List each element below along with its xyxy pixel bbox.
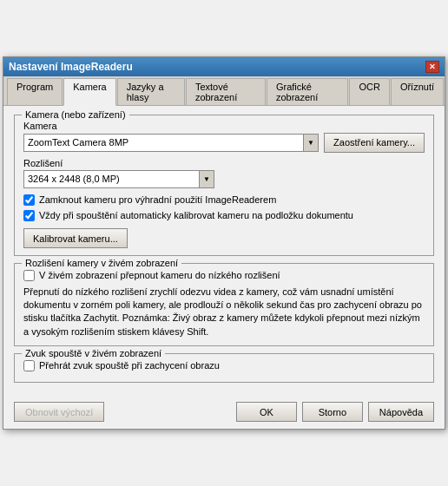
window-title: Nastavení ImageReaderu [9,61,133,73]
resolution-field-row: 3264 x 2448 (8,0 MP) ▼ [23,170,425,188]
zaosteni-button[interactable]: Zaostření kamery... [324,133,425,153]
main-window: Nastavení ImageReaderu ✕ Program Kamera … [3,56,445,430]
zvuk-row: Přehrát zvuk spouště při zachycení obraz… [23,359,425,371]
resolution-select[interactable]: 3264 x 2448 (8,0 MP) [23,170,214,188]
camera-group-label: Kamera (nebo zařízení) [22,109,129,120]
ok-button[interactable]: OK [236,402,297,422]
footer-right: OK Storno Nápověda [236,402,434,422]
resolution-label: Rozlišení [23,158,425,168]
nizke-rozliseni-row: V živém zobrazení přepnout kameru do níz… [23,269,425,281]
rozliseni-desc: Přepnutí do nízkého rozlišení zrychlí od… [23,286,425,339]
zvuk-group-label: Zvuk spouště v živém zobrazení [22,348,165,358]
tab-kamera[interactable]: Kamera [63,78,116,106]
resolution-dropdown-wrap: 3264 x 2448 (8,0 MP) ▼ [23,170,214,188]
footer: Obnovit výchozí OK Storno Nápověda [3,397,445,429]
nizke-rozliseni-label: V živém zobrazení přepnout kameru do níz… [39,269,280,281]
tab-oriznutí[interactable]: Oříznutí [391,78,444,105]
camera-group: Kamera (nebo zařízení) Kamera ZoomText C… [14,115,434,257]
zamknout-row: Zamknout kameru pro výhradní použití Ima… [23,194,425,206]
tab-program[interactable]: Program [7,78,63,105]
tab-content: Kamera (nebo zařízení) Kamera ZoomText C… [3,106,445,397]
tab-jazyky[interactable]: Jazyky a hlasy [117,78,185,105]
tab-ocr[interactable]: OCR [349,78,389,105]
camera-label: Kamera [23,121,425,131]
zvuk-group: Zvuk spouště v živém zobrazení Přehrát z… [14,353,434,383]
camera-field-row: ZoomText Camera 8MP ▼ Zaostření kamery..… [23,133,425,153]
vzdy-checkbox[interactable] [23,210,35,221]
zamknout-checkbox[interactable] [23,194,35,206]
titlebar-buttons: ✕ [425,61,439,73]
napoveda-button[interactable]: Nápověda [368,402,434,422]
kalibrovat-button[interactable]: Kalibrovat kameru... [23,228,128,248]
nizke-rozliseni-checkbox[interactable] [23,270,35,281]
zvuk-label: Přehrát zvuk spouště při zachycení obraz… [39,359,220,371]
vzdy-label: Vždy při spouštění automaticky kalibrova… [39,209,353,221]
tab-textove[interactable]: Textové zobrazení [186,78,266,105]
storno-button[interactable]: Storno [302,402,363,422]
zamknout-label: Zamknout kameru pro výhradní použití Ima… [39,194,276,206]
camera-dropdown-wrap: ZoomText Camera 8MP ▼ [23,134,319,152]
obnovit-button[interactable]: Obnovit výchozí [14,402,104,422]
tab-graficke[interactable]: Grafické zobrazení [267,78,348,105]
zvuk-checkbox[interactable] [23,360,35,371]
tab-bar: Program Kamera Jazyky a hlasy Textové zo… [3,76,445,106]
camera-select[interactable]: ZoomText Camera 8MP [23,134,319,152]
vzdy-row: Vždy při spouštění automaticky kalibrova… [23,209,425,221]
close-button[interactable]: ✕ [425,61,439,73]
titlebar: Nastavení ImageReaderu ✕ [3,57,445,76]
rozliseni-group-label: Rozlišení kamery v živém zobrazení [22,258,181,268]
rozliseni-group: Rozlišení kamery v živém zobrazení V živ… [14,263,434,346]
